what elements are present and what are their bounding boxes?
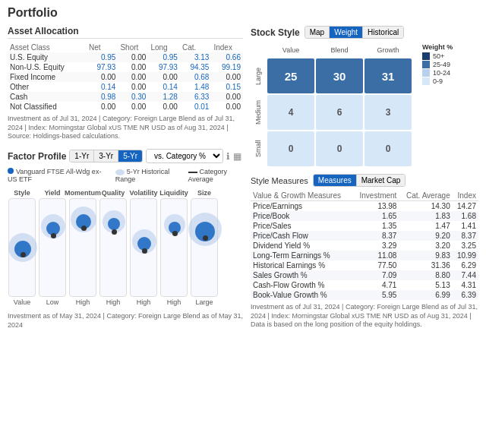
info-icon[interactable]: ℹ [226,151,230,162]
style-measures-table: Value & Growth MeasuresInvestmentCat. Av… [251,191,478,300]
stock-style-btn-group[interactable]: MapWeightHistorical [305,26,405,39]
factor-profile-title: Factor Profile [8,151,66,162]
weight-legend: Weight % 50+25-4910-240-9 [422,43,453,86]
factor-bubble-area [8,198,36,297]
sm-cell: 11.08 [353,251,399,260]
aa-cell: 1.48 [180,82,212,92]
sm-cell: 3.25 [453,241,478,251]
aa-cell: Fixed Income [8,72,87,82]
aa-cell: 0.30 [118,92,148,102]
weight-legend-label: 25-49 [433,61,450,68]
factor-bubble-area [39,198,66,297]
category-dot [51,233,56,238]
factor-col-header: Momentum [65,189,101,197]
aa-cell: 0.95 [148,52,180,62]
factor-chart: StyleValueYieldLowMomentumHighQualityHig… [8,186,243,309]
sm-cell: 13.98 [353,201,399,212]
sm-cell: 14.30 [399,201,452,212]
aa-cell: 0.00 [118,72,148,82]
category-dot [172,231,178,236]
factor-col-footer: High [167,298,181,306]
sm-cell: 7.44 [453,270,478,280]
factor-col-quality: QualityHigh [99,189,128,306]
sm-cell: 6.39 [453,290,478,300]
aa-col-header: Index [211,43,243,52]
table-row: Historical Earnings %77.5031.366.29 [251,260,478,270]
factor-col-header: Size [197,189,211,197]
stock-style-section: Stock Style MapWeightHistorical ValueBle… [251,26,478,166]
aa-cell: 99.19 [211,62,243,72]
factor-profile-vs-dropdown[interactable]: vs. Category % [146,149,223,163]
style-col-header: Growth [364,43,412,57]
factor-profile-section: Factor Profile 1-Yr3-Yr5-Yr vs. Category… [8,149,243,330]
table-icon[interactable]: ▦ [233,151,241,162]
sm-cell: 6.29 [453,260,478,270]
table-row: Not Classified0.000.000.000.010.00 [8,102,243,112]
sm-tab-market-cap[interactable]: Market Cap [357,175,406,186]
fund-dot [8,168,14,174]
stock-style-title: Stock Style [251,27,300,38]
sm-col-header: Cat. Average [399,191,452,201]
aa-cell: 0.14 [87,82,118,92]
sm-cell: 1.35 [353,221,399,231]
sm-cell: Dividend Yield % [251,241,353,251]
factor-col-header: Liquidity [159,189,188,197]
table-row: Sales Growth %7.098.807.44 [251,270,478,280]
aa-cell: 94.35 [180,62,212,72]
style-measures-btn-group[interactable]: MeasuresMarket Cap [313,174,406,187]
aa-cell: 0.00 [118,62,148,72]
aa-cell: 1.28 [148,92,180,102]
factor-bubble-area [130,198,157,297]
stock-style-grid: ValueBlendGrowthLarge253031Medium463Smal… [251,43,412,166]
aa-cell: 0.01 [180,102,212,112]
aa-col-header: Cat. [180,43,212,52]
style-col-header: Value [267,43,314,57]
sm-col-header: Index [453,191,478,201]
weight-legend-box [422,69,430,77]
fp-btn-5-yr[interactable]: 5-Yr [118,150,142,162]
sm-cell: 1.83 [399,211,452,221]
fp-btn-1-yr[interactable]: 1-Yr [70,150,94,162]
weight-legend-item: 10-24 [422,69,453,77]
factor-col-header: Yield [44,189,60,197]
category-dot [81,226,87,231]
factor-profile-footnote: Investment as of May 31, 2024 | Category… [8,312,243,330]
aa-cell: 0.00 [211,72,243,82]
style-cell: 6 [316,95,363,130]
ss-tab-weight[interactable]: Weight [330,27,363,38]
style-measures-title: Style Measures [251,176,308,185]
aa-col-header: Short [118,43,148,52]
factor-col-footer: Value [14,298,30,306]
sm-cell: Price/Sales [251,221,353,231]
sm-tab-measures[interactable]: Measures [314,175,357,186]
factor-profile-btn-group[interactable]: 1-Yr3-Yr5-Yr [69,150,143,162]
style-cell: 0 [364,131,412,166]
aa-cell: 0.14 [148,82,180,92]
table-row: Other0.140.000.141.480.15 [8,82,243,92]
fp-btn-3-yr[interactable]: 3-Yr [94,150,118,162]
factor-col-yield: YieldLow [38,189,67,306]
style-cell: 31 [364,58,412,93]
aa-cell: 3.13 [180,52,212,62]
aa-cell: Non-U.S. Equity [8,62,87,72]
sm-cell: 3.20 [399,241,452,251]
factor-col-header: Quality [102,189,125,197]
sm-cell: Price/Cash Flow [251,231,353,241]
stock-style-grid: ValueBlendGrowthLarge253031Medium463Smal… [251,43,412,166]
sm-cell: 7.09 [353,270,399,280]
asset-allocation-title: Asset Allocation [8,26,243,39]
table-row: Price/Earnings13.9814.3014.27 [251,201,478,212]
category-dot [203,235,208,241]
aa-cell: 0.00 [118,102,148,112]
style-cell: 0 [316,131,363,166]
weight-legend-label: 50+ [433,52,444,60]
factor-col-footer: Low [46,298,59,306]
factor-col-footer: High [137,298,151,306]
table-row: Price/Book1.651.831.68 [251,211,478,221]
ss-tab-map[interactable]: Map [305,27,330,38]
aa-cell: 0.95 [87,52,118,62]
aa-col-header: Net [87,43,118,52]
aa-cell: 97.93 [87,62,118,72]
page-title: Portfolio [8,6,478,20]
ss-tab-historical[interactable]: Historical [363,27,403,38]
